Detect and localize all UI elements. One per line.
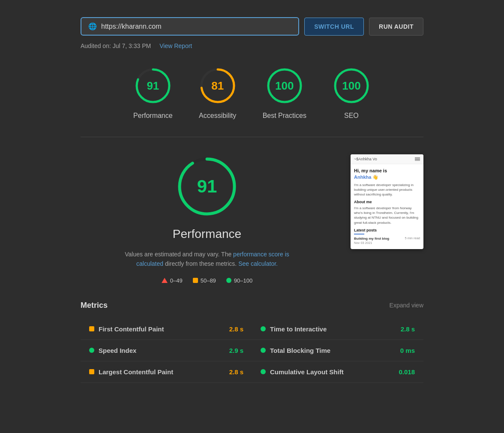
metric-tti: Time to Interactive 2.8 s xyxy=(252,319,423,340)
metric-si: Speed Index 2.9 s xyxy=(81,340,252,361)
preview-body: Hi, my name is Anhkha 👋 I'm a software d… xyxy=(351,164,423,249)
preview-blog-date: Nov 03 2021 xyxy=(354,241,389,246)
hamburger-icon xyxy=(415,157,420,161)
preview-header: ~$Anhkha Vo xyxy=(351,154,423,164)
tti-value: 2.8 s xyxy=(401,325,415,333)
preview-blog-read: 5 min read xyxy=(405,236,420,241)
si-indicator xyxy=(89,348,94,353)
performance-big-score: 91 xyxy=(197,176,217,197)
preview-blog-title: Building my first blog xyxy=(354,236,389,241)
preview-about-text: I'm a software developer from Norway who… xyxy=(354,206,420,225)
preview-blog-info: Building my first blog Nov 03 2021 xyxy=(354,236,389,246)
view-report-link[interactable]: View Report xyxy=(159,42,192,49)
metrics-right-col: Time to Interactive 2.8 s Total Blocking… xyxy=(252,319,423,383)
url-row: 🌐 https://kharann.com SWITCH URL RUN AUD… xyxy=(81,17,423,36)
metric-tbt: Total Blocking Time 0 ms xyxy=(252,340,423,361)
orange-square-icon xyxy=(193,278,198,283)
preview-underline xyxy=(354,234,364,235)
legend-red: 0–49 xyxy=(162,277,183,284)
performance-big-circle: 91 xyxy=(175,154,239,219)
tbt-label: Total Blocking Time xyxy=(270,347,396,354)
cls-indicator xyxy=(261,369,266,374)
preview-h1-name: Anhkha 👋 xyxy=(354,174,378,180)
seo-score: 100 xyxy=(342,79,360,93)
fcp-indicator xyxy=(89,326,94,331)
section-divider xyxy=(81,137,423,137)
metric-cls: Cumulative Layout Shift 0.018 xyxy=(252,361,423,383)
lcp-indicator xyxy=(89,369,94,374)
score-accessibility: 81 Accessibility xyxy=(198,66,237,120)
seo-label: SEO xyxy=(344,112,359,120)
preview-blog-row: Building my first blog Nov 03 2021 5 min… xyxy=(354,236,420,246)
lcp-label: Largest Contentful Paint xyxy=(99,368,225,376)
performance-circle: 91 xyxy=(134,66,172,105)
preview-intro: I'm a software developer specializing in… xyxy=(354,183,420,197)
score-legend: 0–49 50–89 90–100 xyxy=(162,277,252,284)
cls-value: 0.018 xyxy=(399,368,415,376)
si-label: Speed Index xyxy=(99,347,225,354)
accessibility-score: 81 xyxy=(211,79,224,93)
scores-row: 91 Performance 81 Accessibility xyxy=(81,66,423,120)
expand-view-button[interactable]: Expand view xyxy=(390,302,423,309)
metrics-header: Metrics Expand view xyxy=(81,301,423,310)
perf-calculator-link[interactable]: See calculator. xyxy=(238,260,278,267)
legend-orange: 50–89 xyxy=(193,277,216,284)
score-best-practices: 100 Best Practices xyxy=(263,66,306,120)
metrics-left-col: First Contentful Paint 2.8 s Speed Index… xyxy=(81,319,252,383)
legend-range-green: 90–100 xyxy=(234,277,252,284)
tti-indicator xyxy=(261,326,266,331)
accessibility-circle: 81 xyxy=(198,66,237,105)
performance-description: Values are estimated and may vary. The p… xyxy=(121,250,293,269)
url-display: https://kharann.com xyxy=(101,23,291,30)
performance-section: 91 Performance Values are estimated and … xyxy=(81,154,423,284)
metrics-title: Metrics xyxy=(81,301,108,310)
red-triangle-icon xyxy=(162,278,168,283)
legend-range-red: 0–49 xyxy=(170,277,183,284)
preview-latest-title: Latest posts xyxy=(354,228,420,233)
lcp-value: 2.8 s xyxy=(229,368,243,376)
tbt-value: 0 ms xyxy=(400,347,415,354)
perf-desc-mid: directly from these metrics. xyxy=(165,260,237,267)
run-audit-button[interactable]: RUN AUDIT xyxy=(369,18,423,36)
site-preview-card: ~$Anhkha Vo Hi, my name is Anhkha 👋 I'm … xyxy=(351,154,423,249)
seo-circle: 100 xyxy=(332,66,371,105)
best-practices-circle: 100 xyxy=(265,66,304,105)
performance-preview: ~$Anhkha Vo Hi, my name is Anhkha 👋 I'm … xyxy=(351,154,423,284)
tbt-indicator xyxy=(261,348,266,353)
cls-label: Cumulative Layout Shift xyxy=(270,368,394,376)
fcp-label: First Contentful Paint xyxy=(99,325,225,333)
performance-score: 91 xyxy=(147,79,159,93)
legend-green: 90–100 xyxy=(226,277,252,284)
score-performance: 91 Performance xyxy=(133,66,173,120)
performance-title: Performance xyxy=(173,227,241,241)
preview-h1-line1: Hi, my name is xyxy=(354,168,387,173)
green-dot-icon xyxy=(226,278,231,283)
perf-desc-prefix: Values are estimated and may vary. The xyxy=(125,251,231,258)
metric-lcp: Largest Contentful Paint 2.8 s xyxy=(81,361,252,383)
legend-range-orange: 50–89 xyxy=(201,277,216,284)
performance-left: 91 Performance Values are estimated and … xyxy=(81,154,333,284)
score-seo: 100 SEO xyxy=(332,66,371,120)
best-practices-score: 100 xyxy=(275,79,294,93)
best-practices-label: Best Practices xyxy=(263,112,306,120)
metric-fcp: First Contentful Paint 2.8 s xyxy=(81,319,252,340)
globe-icon: 🌐 xyxy=(88,22,97,30)
switch-url-button[interactable]: SWITCH URL xyxy=(304,18,364,36)
preview-heading: Hi, my name is Anhkha 👋 xyxy=(354,168,420,181)
metrics-grid: First Contentful Paint 2.8 s Speed Index… xyxy=(81,319,423,383)
preview-site-name: ~$Anhkha Vo xyxy=(354,157,377,161)
accessibility-label: Accessibility xyxy=(199,112,236,120)
audit-info: Audited on: Jul 7, 3:33 PM View Report xyxy=(81,42,423,49)
audit-date: Audited on: Jul 7, 3:33 PM xyxy=(81,42,151,49)
tti-label: Time to Interactive xyxy=(270,325,396,333)
fcp-value: 2.8 s xyxy=(229,325,243,333)
url-input-wrapper: 🌐 https://kharann.com xyxy=(81,17,299,36)
preview-about-title: About me xyxy=(354,199,420,205)
performance-label: Performance xyxy=(133,112,173,120)
si-value: 2.9 s xyxy=(229,347,243,354)
